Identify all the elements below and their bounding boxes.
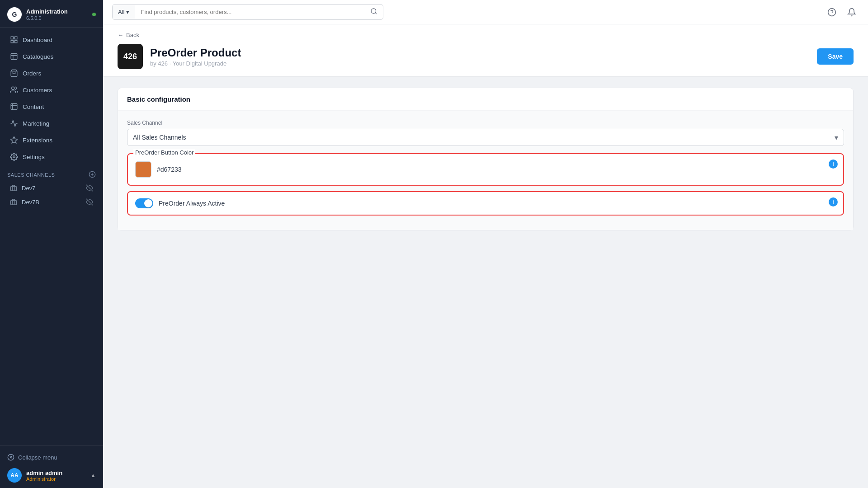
sidebar-item-label: Marketing [23,120,49,127]
page-title-row: 426 PreOrder Product by 426 · Your Digit… [118,44,854,69]
app-logo: G [7,7,22,22]
svg-point-7 [13,156,15,158]
orders-icon [10,69,18,77]
app-icon-box: 426 [118,44,143,69]
svg-rect-3 [15,41,17,43]
config-container: Basic configuration Sales Channel All Sa… [103,77,868,241]
page-header: ← Back 426 PreOrder Product by 426 · You… [103,24,868,77]
sidebar-item-label: Extensions [23,137,52,144]
color-info-button[interactable]: i [829,160,838,169]
config-card-body: Sales Channel All Sales Channels ▾ PreOr… [118,111,853,230]
app-icon-number: 426 [123,52,137,61]
toggle-config-box: PreOrder Always Active i [127,191,844,216]
svg-rect-6 [11,103,17,110]
help-icon [827,8,836,17]
add-sales-channel-icon[interactable] [89,171,96,179]
sidebar-nav: Dashboard Catalogues Orders Customers Co… [0,28,103,445]
toggle-knob [144,199,152,207]
chevron-down-icon: ▾ [126,9,129,15]
user-menu[interactable]: AA admin admin Administrator ▲ [7,468,96,483]
sales-channel-select[interactable]: All Sales Channels [127,129,844,145]
color-value: #d67233 [157,166,182,173]
sidebar-item-label: Customers [23,87,52,94]
config-card: Basic configuration Sales Channel All Sa… [118,88,854,230]
color-swatch[interactable] [135,161,151,178]
app-version: 6.5.0.0 [26,15,68,21]
sidebar-item-label: Orders [23,70,41,77]
main-content: All ▾ ← Back [103,0,868,488]
topbar: All ▾ [103,0,868,24]
visibility-icon [86,184,93,192]
search-icon [370,8,377,15]
collapse-label: Collapse menu [18,454,57,461]
sidebar-item-label: Dashboard [23,37,52,43]
settings-icon [10,153,18,161]
color-config-box: PreOrder Button Color #d67233 i [127,153,844,186]
color-config-label: PreOrder Button Color [133,149,195,156]
catalogues-icon [10,52,18,61]
sidebar-item-label: Settings [23,154,45,160]
svg-rect-11 [10,201,16,205]
sales-channel-dev7b[interactable]: Dev7B [3,195,100,209]
extensions-icon [10,136,18,144]
svg-rect-2 [11,41,13,43]
page-title-text: PreOrder Product by 426 · Your Digital U… [150,47,241,67]
sales-channel-select-wrapper: All Sales Channels ▾ [127,129,844,146]
svg-rect-9 [10,187,16,191]
sidebar-item-label: Catalogues [23,53,53,60]
sales-channel-label: Dev7 [22,185,35,192]
sidebar-item-marketing[interactable]: Marketing [3,115,100,131]
user-info: admin admin Administrator [26,469,62,482]
dashboard-icon [10,36,18,44]
search-bar: All ▾ [112,4,383,20]
sidebar-item-content[interactable]: Content [3,99,100,115]
store-icon [10,198,17,206]
sidebar-item-extensions[interactable]: Extensions [3,132,100,148]
sales-channels-section: Sales Channels [0,165,103,181]
sales-channel-label: Sales Channel [127,120,844,126]
sales-channel-dev7[interactable]: Dev7 [3,181,100,195]
svg-rect-1 [15,37,17,39]
page-title-left: 426 PreOrder Product by 426 · Your Digit… [118,44,241,69]
user-name: admin admin [26,469,62,476]
app-info: Administration 6.5.0.0 [26,8,68,21]
sidebar-header: G Administration 6.5.0.0 [0,0,103,28]
save-button[interactable]: Save [817,48,854,65]
topbar-actions [825,5,859,19]
sidebar: G Administration 6.5.0.0 Dashboard Catal… [0,0,103,488]
app-name: Administration [26,8,68,16]
visibility-icon [86,198,93,206]
online-indicator [92,13,96,16]
toggle-info-button[interactable]: i [829,197,838,206]
sales-channel-group: Sales Channel All Sales Channels ▾ [127,120,844,146]
search-input[interactable] [135,5,365,19]
sales-channel-label: Dev7B [22,199,39,206]
search-submit-button[interactable] [365,5,383,19]
sidebar-footer: Collapse menu AA admin admin Administrat… [0,445,103,488]
svg-point-5 [12,87,14,89]
toggle-label: PreOrder Always Active [159,200,225,207]
help-button[interactable] [825,5,839,19]
page-subtitle: by 426 · Your Digital Upgrade [150,60,241,67]
collapse-menu-button[interactable]: Collapse menu [7,451,96,464]
bell-icon [847,8,856,17]
back-arrow-icon: ← [118,32,123,38]
sidebar-item-customers[interactable]: Customers [3,82,100,98]
notifications-button[interactable] [844,5,859,19]
sidebar-item-settings[interactable]: Settings [3,149,100,165]
content-icon [10,103,18,111]
user-role: Administrator [26,476,62,482]
preorder-always-active-toggle[interactable] [135,198,153,208]
search-filter-button[interactable]: All ▾ [113,5,135,19]
config-card-header: Basic configuration [118,88,853,111]
sidebar-item-orders[interactable]: Orders [3,65,100,81]
sidebar-item-catalogues[interactable]: Catalogues [3,48,100,65]
sidebar-item-label: Content [23,103,44,110]
store-icon [10,184,17,192]
back-link[interactable]: ← Back [118,32,854,38]
content-area: ← Back 426 PreOrder Product by 426 · You… [103,24,868,488]
sidebar-item-dashboard[interactable]: Dashboard [3,32,100,48]
svg-rect-0 [11,37,13,39]
svg-rect-4 [11,53,17,60]
page-title: PreOrder Product [150,47,241,59]
